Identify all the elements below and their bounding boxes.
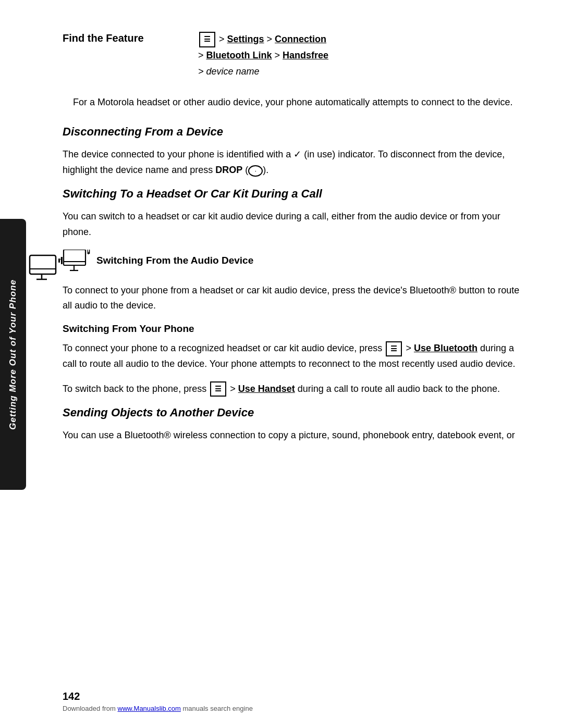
svg-rect-5: [58, 258, 60, 263]
footer-link-suffix: manuals search engine: [181, 705, 253, 712]
subsection1-para: To connect to your phone from a headset …: [63, 283, 521, 314]
subsection1-heading: Switching From the Audio Device: [96, 255, 253, 266]
find-feature-label: Find the Feature: [63, 31, 198, 44]
subsection2-para2: To switch back to the phone, press ☰ > U…: [63, 381, 521, 397]
nav-arrow3: >: [275, 50, 283, 60]
footer-link[interactable]: www.Manualslib.com: [118, 705, 181, 712]
subsection1-header-row: ʼ ı ı Switching From the Audio Device: [63, 250, 521, 277]
sub2-use-bluetooth: Use Bluetooth: [414, 343, 478, 353]
headset-icon: ʼ ı ı: [63, 250, 91, 277]
subsection2-para1: To connect your phone to a recognized he…: [63, 341, 521, 372]
nav-indent: >: [198, 50, 206, 60]
page-footer: 142 Downloaded from www.Manualslib.com m…: [63, 690, 521, 712]
section3-para: You can use a Bluetooth® wireless connec…: [63, 428, 521, 443]
nav-bluetooth-link: Bluetooth Link: [206, 50, 272, 60]
section1-heading: Disconnecting From a Device: [63, 125, 521, 139]
page-container: Getting More Out of Your Phone ʼ Find th…: [0, 0, 563, 728]
sub2-para1-start: To connect your phone to a recognized he…: [63, 343, 382, 353]
nav-line2: > Bluetooth Link > Handsfree: [198, 47, 328, 64]
menu-icon-2: ☰: [386, 341, 402, 356]
section2-heading: Switching To a Headset Or Car Kit During…: [63, 187, 521, 201]
sidebar-tab-label: Getting More Out of Your Phone: [8, 279, 18, 430]
svg-text:ı: ı: [88, 250, 91, 256]
page-number: 142: [63, 690, 521, 702]
section1-drop-label: DROP: [215, 165, 242, 175]
svg-rect-0: [30, 255, 56, 274]
svg-rect-6: [61, 257, 63, 264]
nav-path: ☰ > Settings > Connection > Bluetooth Li…: [198, 31, 328, 79]
section1-drop-icon: (·).: [245, 165, 268, 175]
sub2-arrow: >: [406, 343, 414, 353]
subsection2-heading: Switching From Your Phone: [63, 323, 521, 335]
sub2-arrow2: >: [230, 384, 238, 394]
nav-line3: > device name: [198, 64, 328, 80]
nav-connection: Connection: [275, 34, 326, 44]
nav-arrow1: >: [219, 34, 227, 44]
section1-paragraph: The device connected to your phone is id…: [63, 147, 521, 178]
drop-label: DROP: [215, 165, 242, 175]
sub2-use-handset: Use Handset: [238, 384, 295, 394]
drop-button-symbol: ·: [248, 165, 263, 177]
intro-paragraph: For a Motorola headset or other audio de…: [73, 95, 521, 110]
nav-arrow2: >: [267, 34, 275, 44]
nav-handsfree: Handsfree: [283, 50, 328, 60]
header-section: Find the Feature ☰ > Settings > Connecti…: [63, 26, 521, 79]
nav-settings: Settings: [227, 34, 264, 44]
menu-icon-3: ☰: [210, 381, 226, 397]
section1-para-text: The device connected to your phone is id…: [63, 149, 505, 175]
footer-download-prefix: Downloaded from: [63, 705, 118, 712]
sub2-para2-start: To switch back to the phone, press: [63, 384, 206, 394]
section2-intro: You can switch to a headset or car kit a…: [63, 209, 521, 240]
nav-device-name: > device name: [198, 66, 260, 77]
nav-line1: ☰ > Settings > Connection: [198, 31, 328, 47]
section3-heading: Sending Objects to Another Device: [63, 406, 521, 419]
svg-rect-7: [64, 250, 85, 265]
menu-icon-1: ☰: [199, 32, 215, 47]
sub2-para2-end: during a call to route all audio back to…: [298, 384, 500, 394]
footer-download-text: Downloaded from www.Manualslib.com manua…: [63, 705, 521, 712]
bluetooth-device-icon: ʼ: [27, 254, 64, 288]
sidebar-tab: Getting More Out of Your Phone: [0, 219, 26, 490]
